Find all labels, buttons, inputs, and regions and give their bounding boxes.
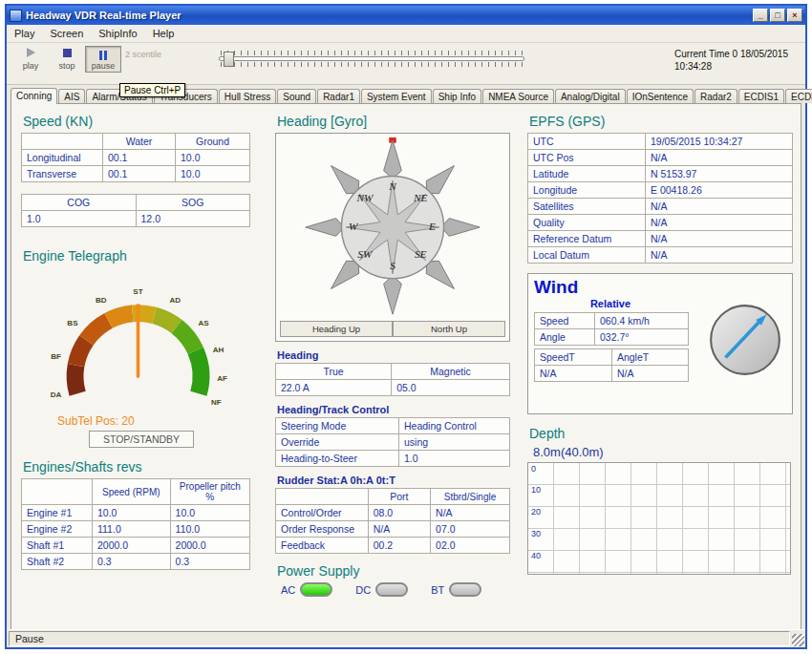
depth-tick: 30 (531, 529, 541, 538)
table-row: Angle 032.7° (535, 329, 689, 346)
wind-true-table: SpeedT AngleT N/A N/A (534, 348, 689, 382)
heading-table: True Magnetic 22.0 A 05.0 (275, 363, 510, 396)
resize-grip[interactable] (792, 634, 804, 646)
depth-tick: 40 (531, 551, 541, 560)
compass-point-label: SW (357, 248, 374, 260)
menu-play[interactable]: Play (7, 26, 42, 41)
pause-icon (88, 48, 118, 61)
compass-point-label: W (349, 221, 359, 232)
rudder-col-port: Port (368, 489, 430, 505)
stop-button[interactable]: stop (49, 46, 85, 73)
table-row: Transverse 00.1 10.0 (22, 166, 250, 182)
pause-button[interactable]: pause (85, 46, 121, 73)
tab-hull-stress[interactable]: Hull Stress (219, 89, 276, 103)
tab-ais[interactable]: AIS (58, 89, 85, 103)
tab-system-event[interactable]: System Event (361, 89, 432, 103)
wind-speedt-value: N/A (535, 366, 612, 382)
tab-sound[interactable]: Sound (277, 89, 316, 103)
telegraph-label: BS (67, 319, 78, 327)
cog-sog-table: COG SOG 1.0 12.0 (21, 194, 250, 227)
compass-point-label: S (390, 260, 395, 271)
minimize-button[interactable]: _ (753, 9, 768, 22)
tab-ecdis2[interactable]: ECDIS2 (785, 89, 812, 103)
table-row: UTC PosN/A (528, 150, 793, 166)
stop-icon (52, 48, 82, 61)
rudder-col-stbd: Stbrd/Single (431, 489, 510, 505)
table-row: Order Response N/A 07.0 (276, 521, 510, 538)
timeline-slider[interactable] (219, 50, 524, 68)
sog-label: SOG (136, 195, 249, 211)
power-section-title: Power Supply (277, 563, 514, 579)
depth-tick: 0 (531, 464, 536, 474)
slider-ticks-bottom (221, 62, 523, 67)
tab-ship-info[interactable]: Ship Info (433, 89, 481, 103)
menu-screen[interactable]: Screen (42, 26, 91, 41)
compass-panel: N NE E SE S SW W NW Heading Up North Up (275, 133, 510, 342)
compass-point-label: E (428, 221, 436, 232)
table-row: Local DatumN/A (528, 247, 793, 264)
gyro-section-title: Heading [Gyro] (277, 114, 514, 129)
table-row: Reference DatumN/A (528, 231, 793, 247)
tab-radar2[interactable]: Radar2 (694, 89, 737, 103)
speed-col-ground: Ground (176, 134, 250, 150)
heading-true-value: 22.0 A (276, 380, 392, 396)
wind-angle-value: 032.7° (595, 329, 689, 346)
pause-tooltip: Pause Ctrl+P (119, 83, 185, 97)
tab-conning[interactable]: Conning (11, 88, 57, 104)
stop-standby-button[interactable]: STOP/STANDBY (89, 431, 194, 448)
slider-thumb[interactable] (224, 52, 234, 67)
telegraph-label: AH (213, 346, 224, 354)
play-icon (15, 48, 46, 61)
table-row: Engine #2 111.0 110.0 (22, 521, 250, 538)
telegraph-label: AF (217, 374, 227, 383)
depth-grid: 0 10 20 30 40 (527, 462, 791, 575)
slider-track[interactable] (219, 56, 524, 61)
speed-section-title: Speed (KN) (23, 114, 262, 129)
sog-value: 12.0 (136, 211, 249, 227)
maximize-button[interactable]: □ (770, 9, 785, 22)
heading-col-magnetic: Magnetic (392, 364, 510, 380)
app-icon[interactable] (10, 10, 22, 22)
close-button[interactable]: × (787, 9, 802, 22)
track-control-subtitle: Heading/Track Control (277, 404, 514, 415)
current-time-line2: 10:34:28 (674, 60, 788, 73)
power-dc-label: DC (355, 584, 371, 596)
toolbar: play stop pause 2 scentile Current Time … (7, 43, 805, 85)
compass-point-label: SE (415, 248, 427, 260)
tab-ionsentence[interactable]: IOnSentence (627, 89, 694, 103)
compass-point-label: NW (355, 192, 374, 203)
telegraph-label: NF (211, 398, 222, 407)
telegraph-section-title: Engine Telegraph (23, 248, 262, 264)
wind-anglet-value: N/A (611, 366, 688, 382)
compass-point-label: NE (413, 192, 428, 203)
speed-control-disabled: 2 scentile (125, 50, 161, 59)
compass-point-label: N (388, 180, 397, 192)
power-ac-label: AC (281, 584, 295, 596)
telegraph-label: DA (51, 390, 62, 399)
tab-radar1[interactable]: Radar1 (317, 89, 360, 103)
telegraph-gauge-svg: DA BF BS BD ST AD AS AH AF NF (21, 267, 255, 409)
status-bar: Pause (7, 629, 805, 647)
depth-tick: 10 (531, 485, 541, 495)
tab-analog-digital[interactable]: Analog/Digital (555, 89, 626, 103)
menu-help[interactable]: Help (145, 26, 182, 41)
table-row: Engine #1 10.0 10.0 (22, 505, 250, 521)
table-row: Control/Order 08.0 N/A (276, 505, 510, 521)
conning-page: Speed (KN) Water Ground Longitudinal 00.… (11, 103, 801, 632)
rudder-subtitle: Rudder Stat:A 0h:A 0t:T (277, 475, 514, 486)
north-up-button[interactable]: North Up (393, 321, 505, 337)
slider-ticks-top (221, 51, 523, 55)
title-bar: Headway VDR Real-time Player _ □ × (7, 6, 805, 25)
table-row: Speed 060.4 km/h (535, 313, 689, 329)
depth-section-title: Depth (529, 426, 802, 441)
table-row: Shaft #2 0.3 0.3 (22, 554, 250, 570)
table-row: UTC19/05/2015 10:34:27 (528, 134, 793, 150)
tab-nmea-source[interactable]: NMEA Source (482, 89, 554, 103)
play-button[interactable]: play (12, 46, 49, 73)
tab-ecdis1[interactable]: ECDIS1 (738, 89, 784, 103)
table-row: Steering Mode Heading Control (276, 418, 510, 434)
heading-up-button[interactable]: Heading Up (280, 321, 393, 337)
menu-shipinfo[interactable]: ShipInfo (91, 26, 144, 41)
app-window: Headway VDR Real-time Player _ □ × Play … (5, 4, 807, 649)
speed-table: Water Ground Longitudinal 00.1 10.0 Tran… (21, 133, 250, 182)
